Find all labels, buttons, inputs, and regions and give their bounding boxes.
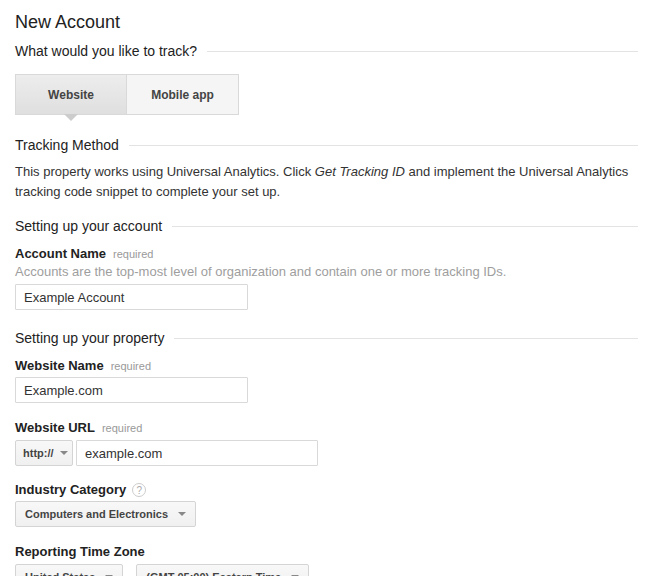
account-name-input[interactable]: [15, 284, 248, 310]
selected-tab-pointer-icon: [64, 114, 78, 121]
help-icon[interactable]: ?: [132, 483, 146, 497]
track-type-tabs: Website Mobile app: [15, 74, 239, 115]
industry-category-label-row: Industry Category ?: [15, 482, 638, 497]
website-name-label: Website Name: [15, 358, 104, 373]
industry-category-label: Industry Category: [15, 482, 126, 497]
industry-category-dropdown[interactable]: Computers and Electronics: [15, 501, 196, 527]
website-url-label-row: Website URL required: [15, 420, 638, 435]
timezone-dropdown[interactable]: (GMT-05:00) Eastern Time: [136, 564, 309, 576]
account-name-label-row: Account Name required: [15, 246, 638, 261]
website-name-label-row: Website Name required: [15, 358, 638, 373]
property-section-heading-row: Setting up your property: [15, 331, 638, 346]
protocol-dropdown-value: http://: [23, 447, 54, 459]
reporting-time-zone-label-row: Reporting Time Zone: [15, 544, 638, 559]
section-divider: [172, 226, 638, 227]
property-section-heading: Setting up your property: [15, 331, 164, 346]
account-section-heading: Setting up your account: [15, 219, 162, 234]
timezone-dropdown-value: (GMT-05:00) Eastern Time: [146, 571, 281, 576]
tab-mobile-app[interactable]: Mobile app: [127, 75, 238, 114]
track-section-heading-row: What would you like to track?: [15, 44, 638, 59]
account-name-label: Account Name: [15, 246, 106, 261]
chevron-down-icon: [178, 512, 186, 516]
required-badge: required: [113, 248, 153, 260]
account-section-heading-row: Setting up your account: [15, 219, 638, 234]
website-url-row: http://: [15, 440, 638, 466]
website-name-input[interactable]: [15, 377, 248, 403]
industry-category-dropdown-value: Computers and Electronics: [25, 508, 168, 520]
track-section-heading: What would you like to track?: [15, 44, 197, 59]
get-tracking-id-emphasis: Get Tracking ID: [315, 164, 405, 179]
country-dropdown[interactable]: United States: [15, 564, 123, 576]
tracking-method-description: This property works using Universal Anal…: [15, 162, 638, 202]
section-divider: [207, 51, 638, 52]
protocol-dropdown[interactable]: http://: [15, 440, 73, 466]
reporting-time-zone-label: Reporting Time Zone: [15, 544, 145, 559]
required-badge: required: [111, 360, 151, 372]
page-title: New Account: [15, 12, 638, 33]
website-url-label: Website URL: [15, 420, 95, 435]
section-divider: [129, 145, 638, 146]
required-badge: required: [102, 422, 142, 434]
reporting-time-zone-row: United States (GMT-05:00) Eastern Time: [15, 564, 638, 576]
tracking-method-heading-row: Tracking Method: [15, 138, 638, 153]
description-text: This property works using Universal Anal…: [15, 164, 315, 179]
tracking-method-heading: Tracking Method: [15, 138, 119, 153]
new-account-page: New Account What would you like to track…: [0, 0, 650, 576]
account-name-help-text: Accounts are the top-most level of organ…: [15, 264, 638, 279]
chevron-down-icon: [60, 451, 68, 455]
tab-website[interactable]: Website: [16, 75, 127, 114]
country-dropdown-value: United States: [25, 571, 95, 576]
website-url-input[interactable]: [76, 440, 318, 466]
section-divider: [174, 338, 638, 339]
